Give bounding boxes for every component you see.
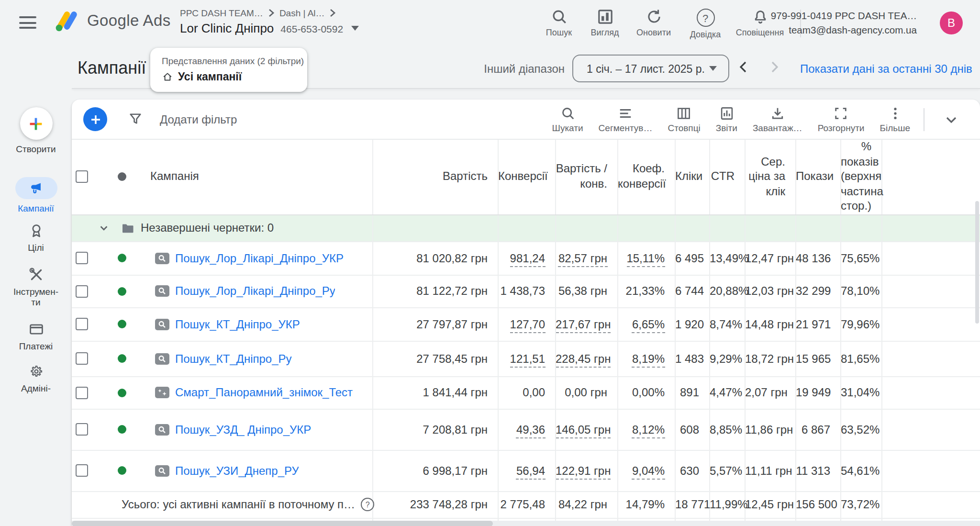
status-enabled-dot[interactable] [118, 425, 126, 434]
status-enabled-dot[interactable] [118, 355, 126, 363]
column-header-impressions[interactable]: Покази [795, 140, 840, 215]
row-checkbox[interactable] [76, 387, 88, 399]
topbar: Google Ads PPC DASH TEAM… Dash | Al… Lor… [0, 0, 980, 47]
plus-icon [89, 113, 101, 125]
search-campaign-icon [155, 465, 169, 477]
goal-medal-icon [28, 223, 44, 238]
next-period-button[interactable] [768, 60, 781, 74]
account-id: 465-653-0592 [280, 22, 343, 34]
account-selector[interactable]: Lor Clinic Дніпро 465-653-0592 [180, 21, 358, 35]
breadcrumb: PPC DASH TEAM… Dash | Al… Lor Clinic Дні… [180, 8, 358, 35]
search-campaign-icon [155, 319, 169, 330]
bell-icon [752, 9, 768, 25]
smart-campaign-icon [155, 387, 169, 399]
select-all-checkbox[interactable] [76, 171, 88, 183]
data-view-chip[interactable]: Представлення даних (2 фільтри) Усі камп… [150, 48, 307, 92]
vertical-scrollbar[interactable] [975, 201, 979, 324]
avatar[interactable]: B [940, 11, 963, 34]
horizontal-scrollbar-thumb[interactable] [72, 521, 493, 526]
reports-button[interactable]: Звіти [716, 106, 737, 133]
campaign-link[interactable]: Пошук_УЗД_ Дніпро_УКР [175, 423, 311, 436]
campaign-link[interactable]: Пошук_Лор_Лікарі_Дніпро_Ру [175, 285, 335, 298]
column-header-conv-rate[interactable]: Коеф. конверсії [617, 140, 675, 215]
sidebar-create-button[interactable]: Створити [0, 107, 72, 154]
table-row: Пошук_КТ_Дніпро_Ру 27 758,45 грн 121,51 … [72, 341, 980, 377]
row-checkbox[interactable] [76, 424, 88, 436]
campaign-link[interactable]: Пошук_КТ_Дніпро_Ру [175, 352, 292, 366]
column-header-cost[interactable]: Вартість [372, 140, 498, 215]
totals-row-active-campaigns: Усього: усі активні кампанії в поточному… [72, 492, 980, 518]
sidebar-item-goals[interactable]: Цілі [0, 223, 72, 253]
main-menu-icon[interactable] [19, 16, 36, 30]
row-checkbox[interactable] [76, 353, 88, 365]
row-checkbox[interactable] [76, 252, 88, 265]
table-row: Смарт_Панорамний_знімок_Тест 1 841,44 гр… [72, 377, 980, 409]
expand-button[interactable]: Розгорнути [818, 106, 865, 133]
megaphone-icon [15, 177, 57, 199]
table-search-button[interactable]: Шукати [552, 106, 583, 133]
table-row: Пошук_Лор_Лікарі_Дніпро_Ру 81 122,72 грн… [72, 275, 980, 308]
search-icon [551, 9, 567, 25]
table-row: Пошук_КТ_Дніпро_УКР 27 797,87 грн 127,70… [72, 308, 980, 341]
segment-button[interactable]: Сегментув… [599, 106, 653, 133]
status-enabled-dot[interactable] [118, 287, 126, 296]
previous-period-button[interactable] [737, 60, 750, 74]
table-row: Пошук_УЗД_ Дніпро_УКР 7 208,81 грн 49,36… [72, 409, 980, 450]
search-campaign-icon [155, 353, 169, 365]
google-ads-app: Google Ads PPC DASH TEAM… Dash | Al… Lor… [0, 0, 980, 526]
data-view-chip-caption: Представлення даних (2 фільтри) [162, 56, 307, 66]
filter-icon[interactable] [128, 112, 143, 126]
status-filter-dot[interactable] [118, 173, 126, 181]
column-header-clicks[interactable]: Кліки [675, 140, 709, 215]
campaign-link[interactable]: Пошук_Лор_Лікарі_Дніпро_УКР [175, 252, 344, 265]
home-icon [162, 71, 173, 82]
table-toolbar: Додати фільтр Шукати Сегментув… Стовпці … [72, 100, 980, 140]
status-enabled-dot[interactable] [118, 254, 126, 263]
status-enabled-dot[interactable] [118, 389, 126, 397]
topbar-help-button[interactable]: Довідка [675, 9, 736, 39]
collapse-toolbar-button[interactable] [938, 111, 965, 128]
add-filter-label[interactable]: Додати фільтр [160, 112, 237, 126]
column-header-avg-cpc[interactable]: Сер. ціна за клік [745, 140, 795, 215]
sidebar-item-campaigns[interactable]: Кампанії [0, 177, 72, 213]
google-ads-logo-icon [56, 10, 79, 32]
campaigns-table-card: Додати фільтр Шукати Сегментув… Стовпці … [72, 100, 980, 526]
column-header-cost-per-conv[interactable]: Вартість / конв. [555, 140, 617, 215]
row-checkbox[interactable] [76, 465, 88, 477]
show-last-30-days-link[interactable]: Показати дані за останні 30 днів [800, 62, 972, 76]
sidebar-item-admin[interactable]: Адміні- [0, 364, 72, 393]
data-view-chip-value: Усі кампанії [178, 71, 242, 82]
google-ads-logo: Google Ads [56, 10, 171, 32]
date-range-caption: Інший діапазон [479, 62, 565, 76]
column-header-conversions[interactable]: Конверсії [498, 140, 555, 215]
more-vertical-icon [888, 106, 902, 120]
search-icon [560, 106, 575, 120]
gear-icon [28, 364, 44, 379]
sidebar-item-billing[interactable]: Платежі [0, 322, 72, 351]
columns-button[interactable]: Стовпці [668, 106, 700, 133]
row-checkbox[interactable] [76, 285, 88, 298]
drafts-label: Незавершені чернетки: 0 [141, 222, 274, 235]
column-header-blank [881, 140, 980, 215]
breadcrumb-item-manager[interactable]: PPC DASH TEAM… [180, 8, 263, 18]
add-campaign-button[interactable] [83, 107, 107, 131]
download-button[interactable]: Завантаж… [753, 106, 802, 133]
column-header-campaign[interactable]: Кампанія [150, 169, 199, 184]
status-enabled-dot[interactable] [118, 467, 126, 475]
account-name: Lor Clinic Дніпро [180, 21, 274, 35]
campaign-link[interactable]: Пошук_КТ_Дніпро_УКР [175, 318, 300, 331]
tools-icon [28, 267, 44, 282]
sidebar-item-tools[interactable]: Інструмен-ти [0, 267, 72, 307]
status-enabled-dot[interactable] [118, 320, 126, 329]
column-header-impr-top[interactable]: % показів (верхня частина стор.) [840, 140, 881, 215]
date-range-picker[interactable]: 1 січ. – 17 лист. 2025 р. [572, 55, 729, 82]
refresh-icon [646, 9, 662, 25]
campaign-link[interactable]: Смарт_Панорамний_знімок_Тест [175, 386, 353, 400]
campaign-link[interactable]: Пошук_УЗИ_Днепр_РУ [175, 464, 299, 478]
collapse-drafts-icon[interactable] [99, 223, 109, 234]
more-button[interactable]: Більше [880, 106, 911, 133]
segment-icon [618, 106, 633, 120]
breadcrumb-item-subaccount[interactable]: Dash | Al… [279, 8, 325, 18]
column-header-ctr[interactable]: CTR [709, 140, 745, 215]
row-checkbox[interactable] [76, 318, 88, 331]
